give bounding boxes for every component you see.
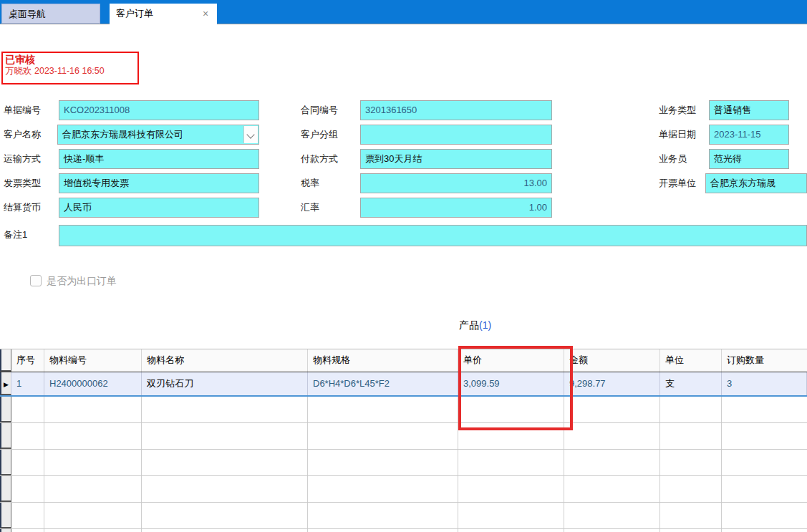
empty-table-row (0, 503, 807, 529)
column-header-amount[interactable]: 金额 (564, 349, 660, 372)
approval-user-time: 万晓欢 2023-11-16 16:50 (5, 66, 135, 77)
column-header-unit-price[interactable]: 单价 (458, 349, 564, 372)
current-row-marker[interactable]: ▶ (0, 372, 11, 395)
billing-unit-field[interactable]: 合肥京东方瑞晟 (705, 173, 807, 193)
column-header-seq[interactable]: 序号 (11, 349, 44, 372)
column-header-material-no[interactable]: 物料编号 (44, 349, 142, 372)
tab-label: 客户订单 (116, 8, 153, 19)
column-header-material-name[interactable]: 物料名称 (142, 349, 308, 372)
empty-table-row (0, 423, 807, 450)
tab-customer-order[interactable]: 客户订单 × (110, 4, 217, 25)
empty-table-row (0, 450, 807, 476)
products-tab-label: 产品 (459, 319, 479, 331)
tax-rate-label: 税率 (301, 173, 319, 193)
customer-name-value: 合肥京东方瑞晟科技有限公司 (62, 129, 183, 140)
empty-table-row (0, 529, 807, 532)
cell-material-no[interactable]: H2400000062 (44, 372, 142, 395)
business-type-label: 业务类型 (659, 100, 696, 120)
cell-material-spec[interactable]: D6*H4*D6*L45*F2 (308, 372, 458, 395)
close-icon[interactable]: × (200, 4, 211, 24)
remark1-label: 备注1 (4, 225, 27, 245)
export-order-checkbox[interactable] (30, 275, 42, 286)
current-row-marker-icon: ▶ (4, 381, 9, 388)
tab-desktop-navigation[interactable]: 桌面导航 (1, 4, 100, 24)
settlement-currency-field[interactable]: 人民币 (59, 198, 259, 218)
payment-method-label: 付款方式 (301, 149, 338, 169)
billing-unit-label: 开票单位 (659, 173, 696, 193)
doc-date-field[interactable]: 2023-11-15 (709, 125, 789, 145)
transport-method-field[interactable]: 快递-顺丰 (59, 149, 259, 169)
empty-table-row (0, 397, 807, 423)
doc-number-field[interactable]: KCO202311008 (59, 100, 259, 120)
cell-seq[interactable]: 1 (11, 372, 44, 395)
contract-number-field[interactable]: 3201361650 (360, 100, 552, 120)
business-type-field[interactable]: 普通销售 (709, 100, 789, 120)
tab-bar: 桌面导航 客户订单 × (0, 0, 807, 24)
column-header-material-spec[interactable]: 物料规格 (308, 349, 458, 372)
salesperson-field[interactable]: 范光得 (709, 149, 789, 169)
doc-number-label: 单据编号 (4, 100, 41, 120)
cell-unit[interactable]: 支 (660, 372, 722, 395)
customer-group-field[interactable] (360, 125, 552, 145)
cell-unit-price[interactable]: 3,099.59 (458, 372, 564, 395)
products-tab-count: (1) (479, 319, 491, 331)
products-tab[interactable]: 产品(1) (459, 319, 491, 332)
settlement-currency-label: 结算货币 (4, 198, 41, 218)
customer-name-label: 客户名称 (4, 125, 41, 145)
cell-material-name[interactable]: 双刃钻石刀 (142, 372, 308, 395)
doc-date-label: 单据日期 (659, 125, 696, 145)
invoice-type-field[interactable]: 增值税专用发票 (59, 173, 259, 193)
approval-status-text: 已审核 (5, 54, 135, 66)
remark1-field[interactable] (59, 225, 807, 246)
exchange-rate-field[interactable]: 1.00 (360, 198, 552, 218)
cell-amount[interactable]: 9,298.77 (564, 372, 660, 395)
payment-method-field[interactable]: 票到30天月结 (360, 149, 552, 169)
invoice-type-label: 发票类型 (4, 173, 41, 193)
tax-rate-field[interactable]: 13.00 (360, 173, 552, 193)
contract-number-label: 合同编号 (301, 100, 338, 120)
export-order-checkbox-label: 是否为出口订单 (47, 274, 117, 287)
column-header-unit[interactable]: 单位 (660, 349, 722, 372)
approval-status-box: 已审核 万晓欢 2023-11-16 16:50 (1, 52, 139, 84)
customer-name-combobox[interactable]: 合肥京东方瑞晟科技有限公司 (57, 125, 259, 145)
select-all-cell[interactable] (0, 349, 11, 372)
empty-table-row (0, 476, 807, 503)
exchange-rate-label: 汇率 (301, 198, 319, 218)
table-row[interactable]: ▶ 1 H2400000062 双刃钻石刀 D6*H4*D6*L45*F2 3,… (0, 372, 807, 397)
products-table-header: 序号 物料编号 物料名称 物料规格 单价 金额 单位 订购数量 (0, 349, 807, 373)
tab-label: 桌面导航 (9, 9, 46, 19)
chevron-down-icon[interactable] (243, 126, 258, 143)
column-header-order-qty[interactable]: 订购数量 (722, 349, 807, 372)
customer-group-label: 客户分组 (301, 125, 338, 145)
customer-order-window: 桌面导航 客户订单 × 已审核 万晓欢 2023-11-16 16:50 单据编… (0, 0, 807, 532)
salesperson-label: 业务员 (659, 149, 687, 169)
transport-method-label: 运输方式 (4, 149, 41, 169)
cell-order-qty[interactable]: 3 (722, 372, 807, 395)
